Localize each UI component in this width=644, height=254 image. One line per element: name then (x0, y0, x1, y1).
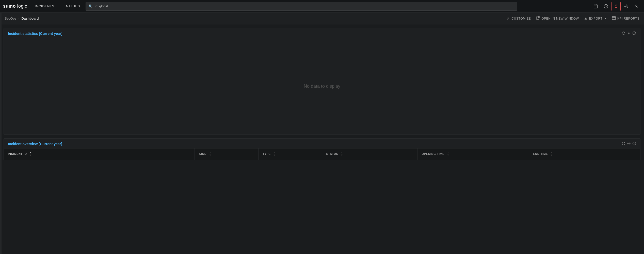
col-type-label: TYPE (263, 152, 271, 155)
export-button[interactable]: EXPORT ▼ (584, 16, 607, 21)
col-end-time-label: END TIME (533, 152, 548, 155)
col-end-time-sort: ▲ ▼ (551, 152, 553, 157)
svg-point-16 (507, 19, 508, 20)
help-icon-button[interactable]: ? (601, 2, 610, 11)
breadcrumb-separator: - (18, 17, 19, 20)
search-bar: 🔍 (86, 2, 517, 11)
sort-down-icon: ▼ (341, 154, 343, 157)
toolbar-bar: SecOps - Dashboard CUSTOMIZE (0, 13, 644, 24)
breadcrumb-current: Dashboard (22, 17, 39, 20)
sort-down-icon: ▼ (29, 154, 32, 157)
customize-label: CUSTOMIZE (511, 17, 531, 20)
svg-point-9 (626, 6, 627, 7)
panel-statistics-refresh-button[interactable] (622, 31, 625, 36)
col-opening-time[interactable]: OPENING TIME ▲ ▼ (417, 148, 529, 160)
svg-point-14 (507, 17, 508, 18)
incident-overview-panel: Incident overview [Current year] (4, 138, 640, 160)
search-icon: 🔍 (88, 4, 93, 8)
sort-down-icon: ▼ (273, 154, 276, 157)
open-new-window-label: OPEN IN NEW WINDOW (541, 17, 579, 20)
incidents-nav-button[interactable]: INCIDENTS (31, 3, 58, 10)
col-incident-id-label: INCIDENT ID (8, 152, 27, 155)
entities-nav-button[interactable]: ENTITIES (60, 3, 84, 10)
svg-point-15 (508, 18, 509, 19)
col-type[interactable]: TYPE ▲ ▼ (258, 148, 322, 160)
alert-bell-icon-button[interactable] (611, 2, 621, 11)
export-label: EXPORT (589, 17, 603, 20)
toolbar-actions: CUSTOMIZE OPEN IN NEW WINDOW EXPORT (506, 16, 639, 21)
panel-overview-refresh-button[interactable] (622, 142, 625, 146)
incident-statistics-panel: Incident statistics [Current year] (4, 28, 640, 135)
col-kind-label: KIND (199, 152, 206, 155)
table-header-row: INCIDENT ID ▲ ▼ KIND ▲ ▼ (4, 148, 640, 160)
logo: sumo logic (3, 4, 27, 9)
svg-text:i: i (634, 143, 635, 145)
export-icon (584, 16, 588, 21)
col-incident-id[interactable]: INCIDENT ID ▲ ▼ (4, 148, 195, 160)
breadcrumb-parent[interactable]: SecOps (5, 17, 16, 20)
panel-overview-info-button[interactable]: i (632, 142, 636, 146)
open-new-window-button[interactable]: OPEN IN NEW WINDOW (536, 16, 579, 21)
col-status[interactable]: STATUS ▲ ▼ (322, 148, 417, 160)
user-icon-button[interactable] (632, 2, 641, 11)
kpi-reports-button[interactable]: KPI REPORTS (612, 16, 639, 21)
svg-text:?: ? (605, 5, 607, 8)
customize-button[interactable]: CUSTOMIZE (506, 16, 531, 21)
col-type-sort: ▲ ▼ (273, 152, 276, 157)
svg-point-26 (629, 143, 630, 144)
logo-text: sumo logic (3, 4, 27, 9)
sort-down-icon: ▼ (209, 154, 212, 157)
logo-logic: logic (16, 4, 27, 9)
col-status-label: STATUS (326, 152, 338, 155)
left-edge-bar (0, 13, 2, 254)
kpi-reports-label: KPI REPORTS (617, 17, 639, 20)
col-kind[interactable]: KIND ▲ ▼ (195, 148, 259, 160)
sort-down-icon: ▼ (551, 154, 553, 157)
col-opening-time-label: OPENING TIME (422, 152, 444, 155)
main-content: Incident statistics [Current year] (0, 28, 644, 160)
no-data-text: No data to display (304, 84, 340, 89)
panel-statistics-icons: i (622, 31, 636, 36)
settings-icon-button[interactable] (622, 2, 631, 11)
svg-point-10 (636, 5, 637, 6)
chart-area: No data to display (4, 38, 640, 135)
svg-point-23 (629, 33, 630, 34)
table-header: INCIDENT ID ▲ ▼ KIND ▲ ▼ (4, 148, 640, 160)
svg-text:i: i (634, 32, 635, 35)
incident-statistics-title: Incident statistics [Current year] (8, 32, 62, 36)
col-opening-time-sort: ▲ ▼ (447, 152, 449, 157)
logo-sumo: sumo (3, 4, 16, 9)
incident-statistics-panel-header: Incident statistics [Current year] (4, 28, 640, 38)
calendar-icon-button[interactable] (591, 2, 600, 11)
open-new-window-icon (536, 16, 540, 21)
incident-overview-title: Incident overview [Current year] (8, 142, 62, 146)
incident-overview-table: INCIDENT ID ▲ ▼ KIND ▲ ▼ (4, 148, 640, 160)
breadcrumb: SecOps - Dashboard (5, 17, 39, 20)
kpi-reports-icon (612, 16, 616, 21)
svg-rect-0 (594, 5, 598, 8)
col-end-time[interactable]: END TIME ▲ ▼ (529, 148, 640, 160)
nav-right-icons: ? (591, 2, 641, 11)
sort-down-icon: ▼ (447, 154, 449, 157)
col-incident-id-sort: ▲ ▼ (29, 152, 32, 157)
svg-rect-17 (536, 17, 539, 19)
col-kind-sort: ▲ ▼ (209, 152, 212, 157)
panel-statistics-settings-button[interactable] (627, 31, 631, 36)
panel-overview-icons: i (622, 142, 636, 146)
customize-icon (506, 16, 510, 21)
svg-rect-20 (612, 17, 616, 20)
panel-statistics-info-button[interactable]: i (632, 31, 636, 36)
export-dropdown-icon[interactable]: ▼ (604, 17, 607, 20)
panel-overview-settings-button[interactable] (627, 142, 631, 146)
search-input[interactable] (95, 4, 514, 8)
col-status-sort: ▲ ▼ (341, 152, 343, 157)
navbar: sumo logic INCIDENTS ENTITIES 🔍 ? (0, 0, 644, 13)
incident-overview-panel-header: Incident overview [Current year] (4, 139, 640, 148)
